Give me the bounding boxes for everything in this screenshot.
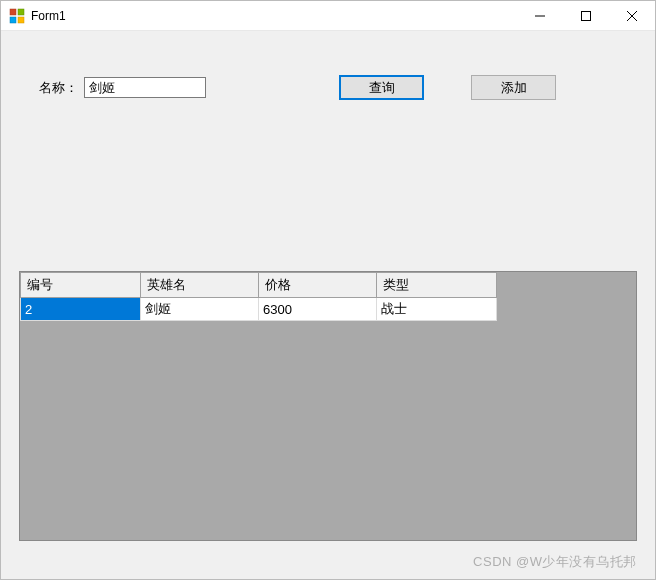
name-label: 名称：: [39, 79, 78, 97]
svg-rect-1: [18, 9, 24, 15]
watermark: CSDN @W少年没有乌托邦: [473, 553, 637, 571]
data-grid[interactable]: 编号 英雄名 价格 类型 2 剑姬 6300 战士: [19, 271, 637, 541]
column-header-type[interactable]: 类型: [377, 273, 497, 298]
header-row: 编号 英雄名 价格 类型: [21, 273, 497, 298]
cell-name[interactable]: 剑姬: [141, 298, 259, 321]
name-input[interactable]: [84, 77, 206, 98]
minimize-button[interactable]: [517, 1, 563, 31]
app-icon: [9, 8, 25, 24]
svg-rect-0: [10, 9, 16, 15]
close-button[interactable]: [609, 1, 655, 31]
window-title: Form1: [31, 9, 517, 23]
svg-rect-2: [10, 17, 16, 23]
titlebar: Form1: [1, 1, 655, 31]
add-button[interactable]: 添加: [471, 75, 556, 100]
column-header-price[interactable]: 价格: [259, 273, 377, 298]
cell-id[interactable]: 2: [21, 298, 141, 321]
client-area: 名称： 查询 添加 编号 英雄名 价格 类型 2 剑姬: [1, 31, 655, 579]
window-frame: Form1 名称： 查询 添加 编号 英雄名 价格: [0, 0, 656, 580]
search-row: 名称： 查询 添加: [39, 77, 617, 98]
table-row[interactable]: 2 剑姬 6300 战士: [21, 298, 497, 321]
column-header-id[interactable]: 编号: [21, 273, 141, 298]
cell-price[interactable]: 6300: [259, 298, 377, 321]
cell-type[interactable]: 战士: [377, 298, 497, 321]
svg-rect-3: [18, 17, 24, 23]
svg-rect-5: [582, 11, 591, 20]
maximize-button[interactable]: [563, 1, 609, 31]
column-header-name[interactable]: 英雄名: [141, 273, 259, 298]
query-button[interactable]: 查询: [339, 75, 424, 100]
